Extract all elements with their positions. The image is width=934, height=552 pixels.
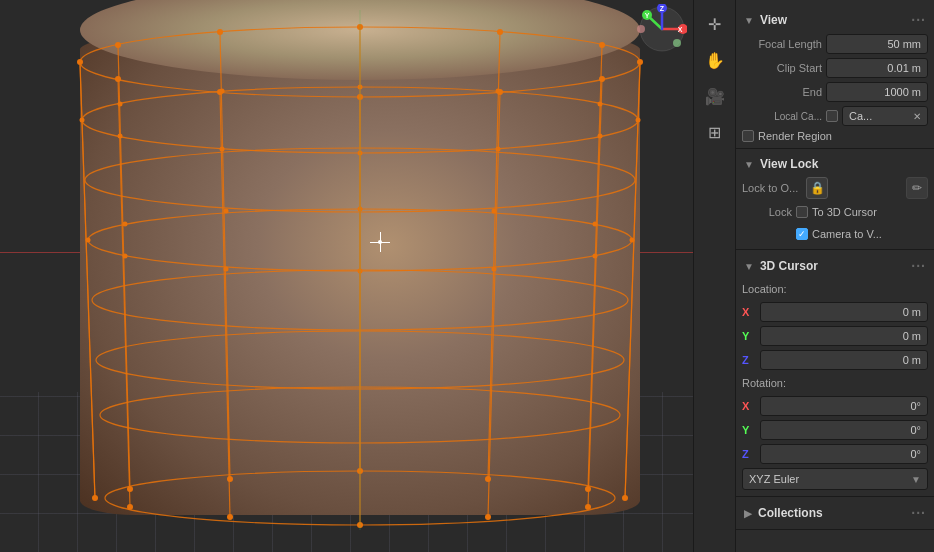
clip-start-field[interactable]: 0.01 m — [826, 58, 928, 78]
svg-line-32 — [488, 32, 500, 479]
focal-length-label: Focal Length — [742, 38, 822, 50]
clip-start-row: Clip Start 0.01 m — [736, 56, 934, 80]
svg-point-54 — [220, 147, 225, 152]
to-3d-cursor-checkbox[interactable] — [796, 206, 808, 218]
svg-line-33 — [588, 45, 602, 489]
svg-point-74 — [227, 514, 233, 520]
svg-point-10 — [637, 25, 645, 33]
to-3d-cursor-label: To 3D Cursor — [812, 206, 877, 218]
svg-point-46 — [636, 118, 641, 123]
cursor-ry-row: Y 0° — [736, 418, 934, 442]
local-camera-checkbox[interactable] — [826, 110, 838, 122]
view-lock-header[interactable]: ▼ View Lock — [736, 153, 934, 175]
view-lock-label: View Lock — [760, 157, 818, 171]
camera-to-view-label: Camera to V... — [812, 228, 882, 240]
svg-point-47 — [598, 102, 603, 107]
cursor-collapse-arrow: ▼ — [744, 261, 754, 272]
svg-point-62 — [224, 209, 229, 214]
view-collapse-arrow: ▼ — [744, 15, 754, 26]
viewport-gizmo[interactable]: X Y Z — [637, 4, 687, 54]
clip-end-row: End 1000 m — [736, 80, 934, 104]
render-region-label: Render Region — [758, 130, 832, 142]
cursor-rz-field[interactable]: 0° — [760, 444, 928, 464]
viewport-toolbar: ✛ ✋ 🎥 ⊞ — [693, 0, 735, 552]
svg-point-75 — [127, 504, 133, 510]
svg-point-41 — [115, 76, 121, 82]
move-tool-icon[interactable]: ✋ — [699, 44, 731, 76]
cursor-y-field[interactable]: 0 m — [760, 326, 928, 346]
cursor-x-field[interactable]: 0 m — [760, 302, 928, 322]
cursor-section-menu[interactable]: ··· — [911, 258, 926, 274]
viewport-crosshair — [370, 232, 390, 252]
svg-line-26 — [220, 92, 230, 517]
cursor-section-header[interactable]: ▼ 3D Cursor ··· — [736, 254, 934, 278]
svg-point-57 — [598, 134, 603, 139]
svg-point-39 — [115, 42, 121, 48]
cursor-section-label: 3D Cursor — [760, 259, 818, 273]
svg-point-48 — [496, 89, 501, 94]
clip-end-field[interactable]: 1000 m — [826, 82, 928, 102]
euler-dropdown-row: XYZ Euler ▼ — [736, 466, 934, 492]
collections-header[interactable]: ▶ Collections ··· — [736, 501, 934, 525]
cylinder-mesh: .wf { stroke: #e8720a; stroke-width: 1.2… — [50, 10, 670, 530]
render-region-checkbox[interactable] — [742, 130, 754, 142]
lock-to-icon-btn[interactable]: 🔒 — [806, 177, 828, 199]
cursor-z-row: Z 0 m — [736, 348, 934, 372]
grid-tool-icon[interactable]: ⊞ — [699, 116, 731, 148]
cursor-z-axis-label: Z — [742, 354, 756, 366]
svg-point-60 — [492, 209, 497, 214]
svg-point-72 — [485, 514, 491, 520]
local-camera-close-icon[interactable]: ✕ — [913, 111, 921, 122]
svg-point-35 — [599, 42, 605, 48]
camera-to-view-row: ✓ Camera to V... — [736, 223, 934, 245]
euler-dropdown[interactable]: XYZ Euler ▼ — [742, 468, 928, 490]
collections-section: ▶ Collections ··· — [736, 497, 934, 530]
lock-to-eyedropper-btn[interactable]: ✏ — [906, 177, 928, 199]
svg-point-58 — [630, 238, 635, 243]
cursor-y-row: Y 0 m — [736, 324, 934, 348]
svg-line-29 — [118, 45, 130, 489]
3d-cursor-section: ▼ 3D Cursor ··· Location: X 0 m Y 0 m Z … — [736, 250, 934, 497]
cursor-rx-row: X 0° — [736, 394, 934, 418]
svg-point-36 — [497, 29, 503, 35]
camera-tool-icon[interactable]: 🎥 — [699, 80, 731, 112]
collections-collapse-arrow: ▶ — [744, 508, 752, 519]
cursor-rx-field[interactable]: 0° — [760, 396, 928, 416]
cursor-rz-label: Z — [742, 448, 756, 460]
svg-point-52 — [80, 118, 85, 123]
view-section: ▼ View ··· Focal Length 50 mm Clip Start… — [736, 4, 934, 149]
svg-point-34 — [637, 59, 643, 65]
focal-length-row: Focal Length 50 mm — [736, 32, 934, 56]
svg-point-51 — [118, 102, 123, 107]
local-camera-field[interactable]: Ca... ✕ — [842, 106, 928, 126]
svg-line-30 — [220, 32, 230, 479]
clip-end-label: End — [742, 86, 822, 98]
svg-line-24 — [488, 92, 500, 517]
view-lock-section: ▼ View Lock Lock to O... 🔒 ✏ Lock To 3D … — [736, 149, 934, 250]
svg-point-65 — [123, 254, 128, 259]
lock-label: Lock — [742, 206, 792, 218]
svg-point-38 — [217, 29, 223, 35]
cursor-z-field[interactable]: 0 m — [760, 350, 928, 370]
svg-point-63 — [123, 222, 128, 227]
svg-point-11 — [673, 39, 681, 47]
lock-3d-cursor-row: Lock To 3D Cursor — [736, 201, 934, 223]
collections-menu[interactable]: ··· — [911, 505, 926, 521]
view-section-menu[interactable]: ··· — [911, 12, 926, 28]
cursor-ry-label: Y — [742, 424, 756, 436]
cursor-rz-row: Z 0° — [736, 442, 934, 466]
svg-point-69 — [593, 254, 598, 259]
cursor-tool-icon[interactable]: ✛ — [699, 8, 731, 40]
rotation-label: Rotation: — [742, 377, 786, 389]
wireframe-overlay: .wf { stroke: #e8720a; stroke-width: 1.2… — [50, 10, 670, 530]
clip-start-label: Clip Start — [742, 62, 822, 74]
cursor-ry-field[interactable]: 0° — [760, 420, 928, 440]
view-section-label: View — [760, 13, 787, 27]
rotation-label-row: Rotation: — [736, 372, 934, 394]
cursor-x-axis-label: X — [742, 306, 756, 318]
camera-to-view-checkbox[interactable]: ✓ — [796, 228, 808, 240]
3d-viewport[interactable]: X Y Z .wf { stroke: #e8720a; stroke-widt… — [0, 0, 735, 552]
focal-length-field[interactable]: 50 mm — [826, 34, 928, 54]
view-section-header[interactable]: ▼ View ··· — [736, 8, 934, 32]
euler-dropdown-arrow: ▼ — [911, 474, 921, 485]
